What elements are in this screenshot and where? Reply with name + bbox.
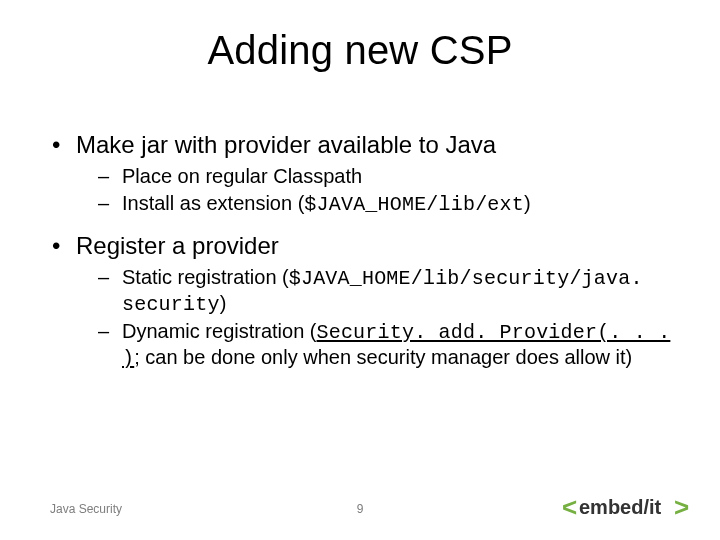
bullet-l2-text: Place on regular Classpath xyxy=(122,165,362,187)
bullet-l2-text: Static registration ( xyxy=(122,266,289,288)
bullet-l1: Make jar with provider available to Java… xyxy=(50,130,680,217)
slide-content: Make jar with provider available to Java… xyxy=(50,130,680,385)
slide: Adding new CSP Make jar with provider av… xyxy=(0,0,720,540)
bullet-l2: Static registration ($JAVA_HOME/lib/secu… xyxy=(76,265,680,317)
bullet-list-l1: Make jar with provider available to Java… xyxy=(50,130,680,371)
bullet-list-l2: Static registration ($JAVA_HOME/lib/secu… xyxy=(76,265,680,371)
bullet-list-l2: Place on regular ClasspathInstall as ext… xyxy=(76,164,680,217)
bullet-l2-text: Dynamic registration ( xyxy=(122,320,317,342)
embedit-logo: < embed/it > xyxy=(562,492,692,524)
logo-bracket-close-icon: > xyxy=(674,492,689,522)
bullet-l1: Register a providerStatic registration (… xyxy=(50,231,680,371)
logo-bracket-open-icon: < xyxy=(562,492,577,522)
bullet-l1-text: Make jar with provider available to Java xyxy=(76,131,496,158)
bullet-l2-text: $JAVA_HOME/lib/ext xyxy=(304,193,524,216)
bullet-l1-text: Register a provider xyxy=(76,232,279,259)
logo-text: embed/it xyxy=(579,496,662,518)
bullet-l2: Place on regular Classpath xyxy=(76,164,680,189)
slide-title: Adding new CSP xyxy=(0,28,720,73)
bullet-l2-text: ; can be done only when security manager… xyxy=(134,346,632,368)
bullet-l2: Dynamic registration (Security. add. Pro… xyxy=(76,319,680,371)
bullet-l2-text: Install as extension ( xyxy=(122,192,304,214)
bullet-l2: Install as extension ($JAVA_HOME/lib/ext… xyxy=(76,191,680,217)
bullet-l2-text: ) xyxy=(524,192,531,214)
bullet-l2-text: ) xyxy=(220,292,227,314)
